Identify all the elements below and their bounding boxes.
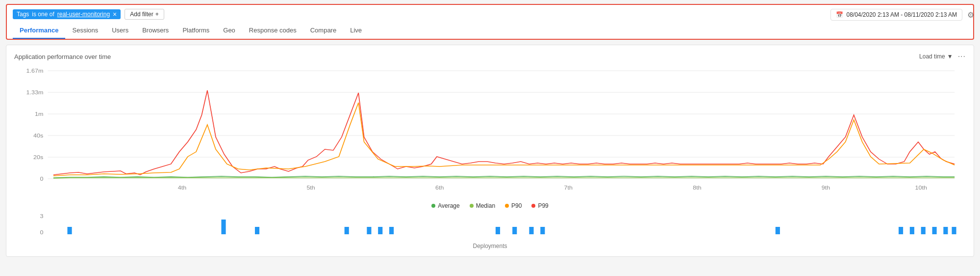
legend-p99: P99 (531, 202, 548, 209)
tab-bar: Performance Sessions Users Browsers Plat… (13, 23, 967, 39)
close-icon[interactable]: × (113, 11, 117, 18)
performance-chart-area: 1.67m 1.33m 1m 40s 20s 0 4th 5th 6th 7th… (14, 66, 966, 198)
tab-users[interactable]: Users (105, 23, 135, 39)
svg-text:1m: 1m (35, 111, 44, 117)
svg-text:3: 3 (40, 213, 43, 220)
p90-dot (505, 204, 509, 208)
svg-text:1.33m: 1.33m (26, 89, 43, 96)
deployments-section: 3 0 (14, 212, 966, 249)
calendar-icon: 📅 (836, 11, 843, 18)
svg-rect-25 (367, 227, 371, 234)
svg-rect-33 (899, 227, 903, 234)
plus-icon: + (155, 11, 159, 18)
svg-rect-30 (529, 227, 533, 234)
svg-rect-36 (932, 227, 936, 234)
filter-value-link[interactable]: real-user-monitoring (57, 11, 110, 18)
svg-text:0: 0 (40, 176, 43, 182)
tab-geo[interactable]: Geo (216, 23, 242, 39)
svg-rect-22 (221, 220, 226, 234)
legend-median: Median (470, 202, 495, 209)
svg-rect-32 (776, 227, 780, 234)
svg-text:6th: 6th (435, 185, 444, 191)
average-dot (431, 204, 435, 208)
svg-text:4th: 4th (178, 185, 186, 191)
chart-controls: Load time ▼ ··· (919, 52, 966, 61)
chart-legend: Average Median P90 P99 (14, 202, 966, 209)
svg-rect-29 (512, 227, 517, 234)
svg-text:0: 0 (40, 229, 43, 236)
svg-text:8th: 8th (693, 185, 701, 191)
deployments-chart-area: 3 0 (14, 212, 966, 242)
median-label: Median (476, 202, 495, 209)
svg-rect-35 (921, 227, 926, 234)
tab-sessions[interactable]: Sessions (65, 23, 105, 39)
svg-text:5th: 5th (306, 185, 315, 191)
header-right: 📅 08/04/2020 2:13 AM - 08/11/2020 2:13 A… (830, 9, 974, 21)
svg-text:1.67m: 1.67m (26, 68, 43, 74)
add-filter-button[interactable]: Add filter + (125, 9, 164, 20)
deployments-chart-svg: 3 0 (14, 212, 966, 237)
svg-rect-21 (67, 227, 72, 234)
svg-rect-24 (345, 227, 349, 234)
gear-icon[interactable]: ⚙ (967, 10, 974, 20)
median-dot (470, 204, 474, 208)
load-time-dropdown[interactable]: Load time ▼ (919, 53, 953, 60)
p99-dot (531, 204, 535, 208)
svg-text:20s: 20s (33, 154, 43, 161)
svg-text:7th: 7th (564, 185, 573, 191)
svg-rect-26 (378, 227, 382, 234)
svg-rect-27 (389, 227, 394, 234)
tab-live[interactable]: Live (343, 23, 369, 39)
svg-rect-38 (952, 227, 956, 234)
svg-text:10th: 10th (915, 185, 927, 191)
performance-chart-svg: 1.67m 1.33m 1m 40s 20s 0 4th 5th 6th 7th… (14, 66, 966, 198)
p90-label: P90 (511, 202, 522, 209)
tab-performance[interactable]: Performance (13, 23, 65, 39)
tab-response-codes[interactable]: Response codes (242, 23, 303, 39)
filter-tag: Tags is one of real-user-monitoring × (13, 9, 121, 19)
chart-title: Application performance over time (14, 53, 111, 60)
svg-rect-34 (910, 227, 914, 234)
svg-rect-28 (496, 227, 500, 234)
tab-platforms[interactable]: Platforms (176, 23, 216, 39)
svg-rect-23 (255, 227, 259, 234)
date-range-picker[interactable]: 📅 08/04/2020 2:13 AM - 08/11/2020 2:13 A… (830, 9, 962, 21)
performance-chart-card: Application performance over time Load t… (6, 45, 974, 257)
svg-text:9th: 9th (822, 185, 830, 191)
deployments-label: Deployments (14, 243, 966, 249)
tab-compare[interactable]: Compare (303, 23, 343, 39)
tab-browsers[interactable]: Browsers (135, 23, 176, 39)
svg-text:40s: 40s (33, 133, 43, 139)
chevron-down-icon: ▼ (947, 53, 953, 60)
p99-label: P99 (538, 202, 548, 209)
svg-rect-37 (943, 227, 948, 234)
add-filter-label: Add filter (130, 11, 153, 18)
average-label: Average (438, 202, 459, 209)
legend-p90: P90 (505, 202, 522, 209)
filter-label: Tags (17, 11, 29, 18)
filter-condition: is one of (32, 11, 54, 18)
legend-average: Average (431, 202, 459, 209)
more-options-button[interactable]: ··· (958, 52, 966, 61)
date-range-text: 08/04/2020 2:13 AM - 08/11/2020 2:13 AM (846, 11, 957, 18)
load-time-label: Load time (919, 53, 945, 60)
svg-rect-31 (540, 227, 545, 234)
